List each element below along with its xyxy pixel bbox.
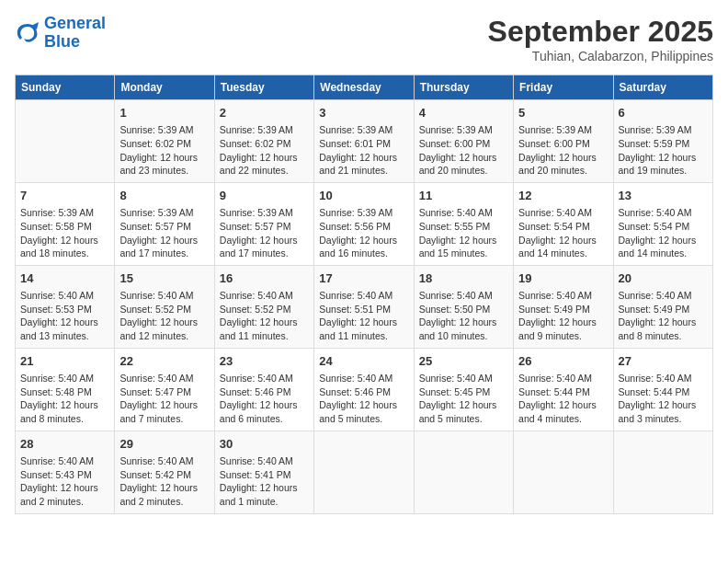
day-number: 23 bbox=[220, 353, 309, 370]
day-info: Sunrise: 5:40 AM Sunset: 5:44 PM Dayligh… bbox=[518, 372, 608, 426]
day-info: Sunrise: 5:39 AM Sunset: 6:02 PM Dayligh… bbox=[119, 123, 209, 178]
location-subtitle: Tuhian, Calabarzon, Philippines bbox=[488, 49, 713, 63]
calendar-cell: 24Sunrise: 5:40 AM Sunset: 5:46 PM Dayli… bbox=[314, 348, 414, 431]
day-info: Sunrise: 5:40 AM Sunset: 5:46 PM Dayligh… bbox=[220, 372, 309, 426]
calendar-cell: 12Sunrise: 5:40 AM Sunset: 5:54 PM Dayli… bbox=[514, 182, 613, 265]
week-row-2: 14Sunrise: 5:40 AM Sunset: 5:53 PM Dayli… bbox=[16, 265, 713, 348]
logo: General Blue bbox=[15, 15, 106, 52]
day-number: 17 bbox=[319, 270, 408, 287]
week-row-4: 28Sunrise: 5:40 AM Sunset: 5:43 PM Dayli… bbox=[16, 431, 713, 513]
day-number: 6 bbox=[619, 105, 708, 121]
calendar-cell bbox=[16, 100, 115, 183]
calendar-cell: 17Sunrise: 5:40 AM Sunset: 5:51 PM Dayli… bbox=[314, 265, 414, 348]
calendar-cell: 26Sunrise: 5:40 AM Sunset: 5:44 PM Dayli… bbox=[514, 348, 613, 431]
day-info: Sunrise: 5:40 AM Sunset: 5:54 PM Dayligh… bbox=[619, 206, 708, 260]
calendar-cell bbox=[514, 431, 613, 513]
day-info: Sunrise: 5:40 AM Sunset: 5:46 PM Dayligh… bbox=[319, 372, 408, 426]
calendar-cell: 3Sunrise: 5:39 AM Sunset: 6:01 PM Daylig… bbox=[314, 100, 414, 183]
day-number: 15 bbox=[119, 270, 209, 287]
calendar-cell: 19Sunrise: 5:40 AM Sunset: 5:49 PM Dayli… bbox=[514, 265, 613, 348]
day-info: Sunrise: 5:40 AM Sunset: 5:42 PM Dayligh… bbox=[119, 454, 209, 509]
day-number: 8 bbox=[119, 188, 209, 204]
day-info: Sunrise: 5:40 AM Sunset: 5:47 PM Dayligh… bbox=[119, 372, 209, 426]
calendar-cell: 30Sunrise: 5:40 AM Sunset: 5:41 PM Dayli… bbox=[214, 431, 313, 513]
calendar-cell: 15Sunrise: 5:40 AM Sunset: 5:52 PM Dayli… bbox=[115, 265, 214, 348]
calendar-cell: 29Sunrise: 5:40 AM Sunset: 5:42 PM Dayli… bbox=[115, 431, 214, 513]
logo-line2: Blue bbox=[44, 32, 80, 51]
calendar-cell: 14Sunrise: 5:40 AM Sunset: 5:53 PM Dayli… bbox=[16, 265, 115, 348]
day-number: 30 bbox=[220, 436, 309, 453]
week-row-0: 1Sunrise: 5:39 AM Sunset: 6:02 PM Daylig… bbox=[16, 100, 713, 183]
day-number: 27 bbox=[619, 353, 708, 370]
day-number: 19 bbox=[518, 270, 608, 287]
day-info: Sunrise: 5:39 AM Sunset: 5:58 PM Dayligh… bbox=[20, 206, 109, 260]
day-info: Sunrise: 5:40 AM Sunset: 5:45 PM Dayligh… bbox=[419, 372, 508, 426]
day-info: Sunrise: 5:39 AM Sunset: 6:00 PM Dayligh… bbox=[518, 123, 608, 178]
day-number: 24 bbox=[319, 353, 408, 370]
day-info: Sunrise: 5:40 AM Sunset: 5:51 PM Dayligh… bbox=[319, 289, 408, 343]
day-number: 2 bbox=[220, 105, 309, 121]
day-info: Sunrise: 5:39 AM Sunset: 5:57 PM Dayligh… bbox=[220, 206, 309, 260]
day-number: 20 bbox=[619, 270, 708, 287]
calendar-cell: 20Sunrise: 5:40 AM Sunset: 5:49 PM Dayli… bbox=[613, 265, 712, 348]
weekday-header-row: SundayMondayTuesdayWednesdayThursdayFrid… bbox=[16, 75, 713, 100]
calendar-cell: 16Sunrise: 5:40 AM Sunset: 5:52 PM Dayli… bbox=[214, 265, 313, 348]
calendar-cell: 22Sunrise: 5:40 AM Sunset: 5:47 PM Dayli… bbox=[115, 348, 214, 431]
day-number: 21 bbox=[20, 353, 109, 370]
day-number: 5 bbox=[518, 105, 608, 121]
day-info: Sunrise: 5:39 AM Sunset: 5:59 PM Dayligh… bbox=[619, 123, 708, 178]
calendar-cell: 28Sunrise: 5:40 AM Sunset: 5:43 PM Dayli… bbox=[16, 431, 115, 513]
day-info: Sunrise: 5:40 AM Sunset: 5:50 PM Dayligh… bbox=[419, 289, 508, 343]
day-number: 14 bbox=[20, 270, 109, 287]
day-info: Sunrise: 5:39 AM Sunset: 6:00 PM Dayligh… bbox=[419, 123, 508, 178]
logo-text: General Blue bbox=[44, 15, 106, 52]
day-info: Sunrise: 5:40 AM Sunset: 5:41 PM Dayligh… bbox=[220, 454, 309, 509]
day-number: 12 bbox=[518, 188, 608, 204]
page-header: General Blue September 2025 Tuhian, Cala… bbox=[15, 15, 713, 63]
weekday-header-thursday: Thursday bbox=[414, 75, 513, 100]
calendar-cell: 2Sunrise: 5:39 AM Sunset: 6:02 PM Daylig… bbox=[214, 100, 313, 183]
calendar-cell: 18Sunrise: 5:40 AM Sunset: 5:50 PM Dayli… bbox=[414, 265, 513, 348]
day-number: 11 bbox=[419, 188, 508, 204]
day-number: 25 bbox=[419, 353, 508, 370]
calendar-cell: 27Sunrise: 5:40 AM Sunset: 5:44 PM Dayli… bbox=[613, 348, 712, 431]
calendar-cell: 23Sunrise: 5:40 AM Sunset: 5:46 PM Dayli… bbox=[214, 348, 313, 431]
day-info: Sunrise: 5:39 AM Sunset: 6:02 PM Dayligh… bbox=[220, 123, 309, 178]
day-info: Sunrise: 5:40 AM Sunset: 5:54 PM Dayligh… bbox=[518, 206, 608, 260]
calendar-cell bbox=[414, 431, 513, 513]
day-number: 4 bbox=[419, 105, 508, 121]
day-number: 18 bbox=[419, 270, 508, 287]
day-info: Sunrise: 5:40 AM Sunset: 5:49 PM Dayligh… bbox=[518, 289, 608, 343]
day-number: 29 bbox=[119, 436, 209, 453]
calendar-cell: 25Sunrise: 5:40 AM Sunset: 5:45 PM Dayli… bbox=[414, 348, 513, 431]
day-number: 26 bbox=[518, 353, 608, 370]
day-info: Sunrise: 5:40 AM Sunset: 5:48 PM Dayligh… bbox=[20, 372, 109, 426]
weekday-header-sunday: Sunday bbox=[16, 75, 115, 100]
weekday-header-friday: Friday bbox=[514, 75, 613, 100]
day-info: Sunrise: 5:39 AM Sunset: 5:56 PM Dayligh… bbox=[319, 206, 408, 260]
day-info: Sunrise: 5:40 AM Sunset: 5:49 PM Dayligh… bbox=[619, 289, 708, 343]
calendar-table: SundayMondayTuesdayWednesdayThursdayFrid… bbox=[15, 75, 713, 514]
day-info: Sunrise: 5:40 AM Sunset: 5:52 PM Dayligh… bbox=[119, 289, 209, 343]
day-info: Sunrise: 5:40 AM Sunset: 5:43 PM Dayligh… bbox=[20, 454, 109, 509]
calendar-cell: 13Sunrise: 5:40 AM Sunset: 5:54 PM Dayli… bbox=[613, 182, 712, 265]
day-number: 9 bbox=[220, 188, 309, 204]
weekday-header-wednesday: Wednesday bbox=[314, 75, 414, 100]
day-number: 28 bbox=[20, 436, 109, 453]
day-info: Sunrise: 5:39 AM Sunset: 6:01 PM Dayligh… bbox=[319, 123, 408, 178]
calendar-cell: 1Sunrise: 5:39 AM Sunset: 6:02 PM Daylig… bbox=[115, 100, 214, 183]
calendar-cell: 5Sunrise: 5:39 AM Sunset: 6:00 PM Daylig… bbox=[514, 100, 613, 183]
calendar-cell bbox=[613, 431, 712, 513]
calendar-cell: 11Sunrise: 5:40 AM Sunset: 5:55 PM Dayli… bbox=[414, 182, 513, 265]
day-number: 3 bbox=[319, 105, 408, 121]
day-number: 22 bbox=[119, 353, 209, 370]
day-info: Sunrise: 5:40 AM Sunset: 5:52 PM Dayligh… bbox=[220, 289, 309, 343]
day-info: Sunrise: 5:40 AM Sunset: 5:55 PM Dayligh… bbox=[419, 206, 508, 260]
calendar-cell: 7Sunrise: 5:39 AM Sunset: 5:58 PM Daylig… bbox=[16, 182, 115, 265]
weekday-header-saturday: Saturday bbox=[613, 75, 712, 100]
calendar-cell: 9Sunrise: 5:39 AM Sunset: 5:57 PM Daylig… bbox=[214, 182, 313, 265]
calendar-cell: 6Sunrise: 5:39 AM Sunset: 5:59 PM Daylig… bbox=[613, 100, 712, 183]
day-info: Sunrise: 5:40 AM Sunset: 5:53 PM Dayligh… bbox=[20, 289, 109, 343]
calendar-cell: 4Sunrise: 5:39 AM Sunset: 6:00 PM Daylig… bbox=[414, 100, 513, 183]
day-number: 1 bbox=[119, 105, 209, 121]
